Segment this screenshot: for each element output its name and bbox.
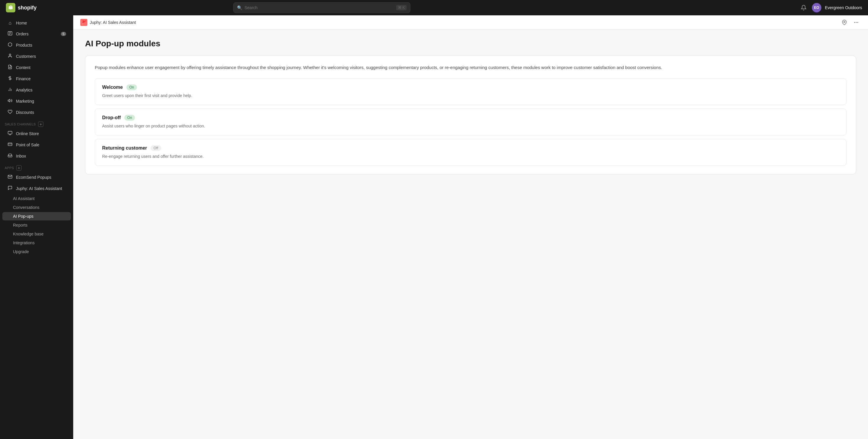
module-title: Drop-off [102,115,121,121]
sidebar-item-label: Customers [16,54,36,59]
sidebar-item-label: Analytics [16,88,32,92]
sidebar-item-label: Inbox [16,154,26,159]
sales-channels-section: Sales channels + [0,118,73,128]
content-icon [7,65,13,70]
sidebar-sub-item-label: Conversations [13,205,39,210]
avatar[interactable]: EO [812,3,822,12]
ecomsend-icon [7,174,13,180]
sidebar-item-point-of-sale[interactable]: Point of Sale [2,140,71,150]
svg-rect-15 [8,143,12,145]
apps-label: Apps [5,166,14,170]
sidebar-sub-item-ai-pop-ups[interactable]: AI Pop-ups [2,212,71,221]
search-bar: 🔍 ⌘ K [233,2,410,13]
user-name[interactable]: Evergreen Outdoors [825,5,862,10]
sidebar-item-label: Online Store [16,131,39,136]
sidebar-item-analytics[interactable]: Analytics [2,85,71,95]
logo[interactable]: shopify [6,3,37,12]
finance-icon [7,76,13,82]
sidebar-sub-item-conversations[interactable]: Conversations [2,203,71,211]
sidebar-item-orders[interactable]: Orders 5 [2,29,71,39]
content-area: 🚩 Juphy: AI Sales Assistant AI Pop-up mo… [73,15,868,439]
module-header: Drop-off On [102,115,839,121]
sidebar-item-label: Orders [16,32,29,36]
svg-point-18 [856,22,857,23]
breadcrumb-title: Juphy: AI Sales Assistant [90,20,136,25]
sidebar-item-label: Home [16,21,27,25]
svg-point-20 [855,22,855,23]
sidebar-item-ecomsend[interactable]: EcomSend Popups [2,172,71,182]
add-sales-channel-button[interactable]: + [38,122,43,127]
logo-icon [6,3,16,12]
sidebar-sub-item-label: Upgrade [13,249,29,254]
apps-section: Apps + [0,162,73,172]
sidebar-item-finance[interactable]: Finance [2,73,71,84]
point-of-sale-icon [7,142,13,148]
sidebar-item-customers[interactable]: Customers [2,51,71,62]
topbar: shopify 🔍 ⌘ K EO Evergreen Outdoors [0,0,868,15]
sidebar-item-online-store[interactable]: Online Store [2,128,71,139]
module-header: Returning customer Off [102,145,839,151]
module-status-badge: Off [151,145,161,151]
sidebar-sub-item-upgrade[interactable]: Upgrade [2,247,71,256]
orders-badge: 5 [61,32,66,36]
svg-rect-12 [8,131,12,134]
module-status-badge: On [124,115,135,121]
sidebar-item-juphy[interactable]: Juphy: AI Sales Assistant [2,183,71,194]
breadcrumb-bar: 🚩 Juphy: AI Sales Assistant [73,15,868,30]
sidebar-sub-item-label: Knowledge base [13,232,44,236]
description-text: Popup modules enhance user engagement by… [95,64,846,71]
module-description: Greet users upon their first visit and p… [102,93,839,99]
search-shortcut: ⌘ K [396,5,407,10]
sidebar-item-home[interactable]: ⌂ Home [2,18,71,28]
description-box: Popup modules enhance user engagement by… [85,56,856,174]
online-store-icon [7,131,13,137]
sidebar-item-discounts[interactable]: Discounts [2,107,71,118]
module-title: Welcome [102,85,123,90]
sidebar-item-marketing[interactable]: Marketing [2,96,71,106]
sidebar-item-content[interactable]: Content [2,62,71,73]
sidebar-sub-item-label: Reports [13,223,27,228]
svg-point-4 [9,54,11,56]
sidebar-sub-item-label: AI Pop-ups [13,214,33,218]
module-status-badge: On [126,85,137,90]
search-input[interactable] [244,5,394,10]
module-description: Assist users who linger on product pages… [102,123,839,129]
search-wrapper[interactable]: 🔍 ⌘ K [233,2,410,13]
module-card-drop-off: Drop-off On Assist users who linger on p… [95,108,846,135]
main-layout: ⌂ Home Orders 5 Products Customers [0,15,868,439]
module-description: Re-engage returning users and offer furt… [102,154,839,160]
juphy-icon [7,185,13,192]
topbar-actions: EO Evergreen Outdoors [799,3,862,12]
customers-icon [7,54,13,59]
notification-icon[interactable] [799,3,808,12]
sidebar-sub-item-knowledge-base[interactable]: Knowledge base [2,230,71,238]
module-card-returning-customer: Returning customer Off Re-engage returni… [95,139,846,166]
pin-button[interactable] [840,18,849,27]
analytics-icon [7,87,13,93]
module-header: Welcome On [102,85,839,90]
sidebar-item-inbox[interactable]: Inbox [2,151,71,161]
more-options-button[interactable] [851,18,861,27]
sidebar-item-label: Point of Sale [16,142,39,147]
add-app-button[interactable]: + [16,165,22,171]
sidebar-item-label: Discounts [16,110,34,115]
sidebar: ⌂ Home Orders 5 Products Customers [0,15,73,439]
discounts-icon [7,109,13,115]
sidebar-sub-item-integrations[interactable]: Integrations [2,239,71,247]
sidebar-item-label: Products [16,43,32,47]
sidebar-item-products[interactable]: Products [2,40,71,50]
marketing-icon [7,98,13,104]
sidebar-item-label: Juphy: AI Sales Assistant [16,186,62,191]
svg-point-19 [858,22,858,23]
main-content: AI Pop-up modules Popup modules enhance … [73,30,868,439]
sidebar-sub-item-ai-assistant[interactable]: AI Assistant [2,195,71,203]
sidebar-sub-item-label: Integrations [13,240,35,245]
page-title: AI Pop-up modules [85,39,856,48]
module-title: Returning customer [102,145,147,151]
module-card-welcome: Welcome On Greet users upon their first … [95,78,846,105]
sidebar-sub-item-reports[interactable]: Reports [2,221,71,229]
svg-marker-11 [8,99,10,102]
sidebar-item-label: Finance [16,76,31,81]
sales-channels-label: Sales channels [5,123,36,126]
sidebar-item-label: EcomSend Popups [16,175,51,180]
